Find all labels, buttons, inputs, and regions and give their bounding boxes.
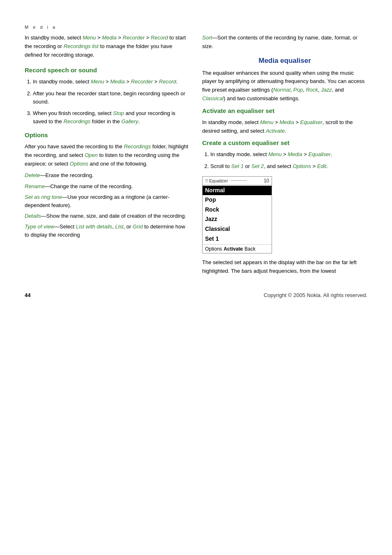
sort-link: Sort: [202, 35, 212, 41]
menu-link-step1: Menu: [91, 78, 104, 85]
create-step-1: In standby mode, select Menu > Media > E…: [210, 150, 367, 159]
header-label: M e d i a: [25, 25, 57, 30]
set-ring-tone-link: Set as ring tone: [25, 194, 62, 200]
option-details: Details—Show the name, size, and date of…: [25, 212, 190, 220]
eq-item-classical[interactable]: Classical: [203, 224, 272, 234]
options-link-text: Options: [70, 161, 88, 167]
create-step-2: Scroll to Set 1 or Set 2, and select Opt…: [210, 162, 367, 170]
jazz-link: Jazz: [321, 87, 332, 93]
list-with-details-link: List with details: [76, 223, 112, 230]
media-link-activate: Media: [279, 119, 294, 125]
eq-item-rock[interactable]: Rock: [203, 205, 272, 215]
signal-icon: ▽: [205, 178, 208, 183]
record-step-2: After you hear the recorder start tone, …: [33, 90, 190, 106]
record-section-title: Record speech or sound: [25, 67, 190, 74]
record-link-step1: Record: [159, 78, 176, 85]
eq-item-set1[interactable]: Set 1: [203, 234, 272, 244]
stop-link: Stop: [113, 110, 124, 116]
copyright-text: Copyright © 2005 Nokia. All rights reser…: [264, 292, 367, 298]
details-link: Details: [25, 213, 41, 219]
create-section-title: Create a custom equaliser set: [202, 139, 367, 146]
menu-link-create: Menu: [268, 151, 282, 157]
left-column: In standby mode, select Menu > Media > R…: [25, 34, 190, 276]
set1-link: Set 1: [231, 163, 244, 169]
options-intro: After you have saved the recording to th…: [25, 143, 190, 168]
options-link-create: Options: [293, 163, 311, 169]
media-eq-text: The equaliser enhances the sound quality…: [202, 69, 367, 103]
normal-link: Normal: [273, 87, 291, 93]
media-link-step1: Media: [110, 78, 125, 85]
options-section: Options After you have saved the recordi…: [25, 131, 190, 239]
page-footer: 44 Copyright © 2005 Nokia. All rights re…: [0, 284, 392, 298]
eq-items: Normal Pop Rock Jazz Classical Set 1: [203, 185, 272, 245]
media-link-create: Media: [288, 151, 302, 157]
sort-text: Sort—Sort the contents of the recording …: [202, 34, 367, 51]
eq-label: ▽ Equalizer: [205, 178, 249, 183]
activate-link: Activate: [266, 128, 285, 134]
record-steps-list: In standby mode, select Menu > Media > R…: [25, 78, 190, 126]
options-title: Options: [25, 131, 190, 138]
after-box-text: The selected set appears in the display …: [202, 258, 367, 276]
eq-title-text: Equalizer: [209, 178, 228, 183]
option-delete: Delete—Erase the recording.: [25, 171, 190, 180]
pop-link: Pop: [293, 87, 303, 93]
recordings-link-step3: Recordings: [63, 118, 90, 124]
left-intro: In standby mode, select Menu > Media > R…: [25, 34, 190, 59]
eq-item-pop[interactable]: Pop: [203, 195, 272, 205]
type-of-view-link: Type of view: [25, 223, 54, 230]
page-number: 44: [25, 292, 30, 298]
equalizer-box: ▽ Equalizer 10 Normal Pop Rock Jazz Clas…: [202, 176, 272, 254]
recorder-link-intro: Recorder: [123, 35, 145, 41]
recorder-link-step1: Recorder: [131, 78, 153, 85]
edit-link: Edit: [317, 163, 326, 169]
option-type-of-view: Type of view—Select List with details, L…: [25, 223, 190, 239]
activate-section-text: In standby mode, select Menu > Media > E…: [202, 118, 367, 136]
record-step-3: When you finish recording, select Stop a…: [33, 109, 190, 126]
record-step-1: In standby mode, select Menu > Media > R…: [33, 78, 190, 86]
equaliser-link-create: Equaliser: [309, 151, 331, 157]
eq-back-label[interactable]: Back: [244, 246, 256, 252]
eq-activate-label[interactable]: Activate: [224, 246, 243, 252]
gallery-link: Gallery: [121, 118, 138, 124]
menu-link-intro: Menu: [83, 35, 96, 41]
list-link: List: [115, 223, 123, 230]
rock-link: Rock: [306, 87, 318, 93]
equaliser-link-activate: Equaliser: [300, 119, 323, 125]
media-eq-title: Media equaliser: [202, 57, 367, 65]
create-steps-list: In standby mode, select Menu > Media > E…: [202, 150, 367, 170]
recordings-list-link: Recordings list: [64, 43, 99, 49]
delete-link: Delete: [25, 172, 40, 178]
menu-link-activate: Menu: [260, 119, 274, 125]
option-set-ring-tone: Set as ring tone—Use your recording as a…: [25, 193, 190, 210]
record-link-intro: Record: [151, 35, 168, 41]
eq-item-jazz[interactable]: Jazz: [203, 214, 272, 224]
eq-footer: Options Activate Back: [203, 244, 272, 253]
recordings-link-options: Recordings: [124, 143, 151, 150]
media-link-intro: Media: [102, 35, 116, 41]
eq-number: 10: [264, 178, 269, 184]
classical-link: Classical: [202, 95, 224, 101]
set2-link: Set 2: [251, 163, 264, 169]
page: M e d i a In standby mode, select Menu >…: [0, 0, 392, 555]
rename-link: Rename: [25, 183, 45, 189]
eq-options-label[interactable]: Options: [205, 246, 222, 252]
activate-section-title: Activate an equaliser set: [202, 107, 367, 114]
page-header: M e d i a: [0, 25, 392, 34]
open-link: Open: [85, 152, 98, 158]
two-col-layout: In standby mode, select Menu > Media > R…: [0, 34, 392, 276]
eq-title-bar: ▽ Equalizer 10: [203, 177, 272, 185]
grid-link: Grid: [133, 223, 143, 230]
eq-item-normal[interactable]: Normal: [203, 186, 272, 196]
option-rename: Rename—Change the name of the recording.: [25, 182, 190, 191]
right-column: Sort—Sort the contents of the recording …: [202, 34, 367, 276]
